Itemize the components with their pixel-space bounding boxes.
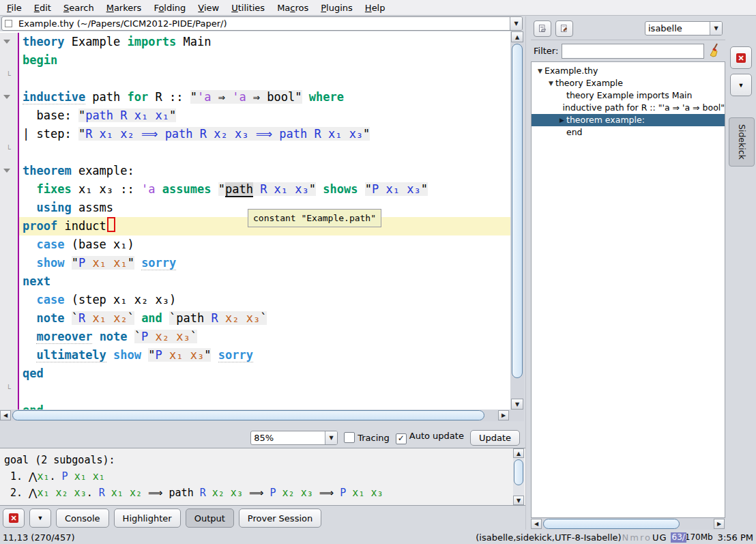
code-text[interactable]: next: [19, 272, 510, 291]
parser-combo-arrow[interactable]: ▼: [710, 22, 722, 35]
gutter[interactable]: [0, 51, 19, 70]
gutter[interactable]: [0, 217, 19, 235]
editor-line-14[interactable]: next: [0, 272, 510, 291]
menu-help[interactable]: Help: [364, 1, 392, 14]
editor-hscroll-thumb[interactable]: [12, 410, 484, 420]
code-text[interactable]: qed: [19, 364, 510, 383]
gutter[interactable]: └: [0, 383, 19, 401]
tree-toggle-icon[interactable]: ▶: [557, 114, 566, 126]
output-vscroll-thumb[interactable]: [514, 459, 523, 485]
scroll-down-icon[interactable]: ▼: [511, 399, 523, 410]
gutter[interactable]: [0, 401, 19, 410]
gutter[interactable]: [0, 254, 19, 272]
dock-button-console[interactable]: Console: [56, 509, 109, 528]
memory-gauge[interactable]: 63/170Mb 63/170Mb: [671, 532, 714, 543]
code-text[interactable]: moreover note `P x₂ x₃`: [19, 328, 510, 346]
code-text[interactable]: begin: [19, 51, 510, 70]
sidekick-menu-button[interactable]: ▼: [730, 74, 752, 96]
gutter[interactable]: [0, 33, 19, 51]
tree-item[interactable]: ▼theory Example: [532, 77, 725, 89]
editor-line-5[interactable]: base: "path R x₁ x₁": [0, 106, 510, 125]
sidekick-hscrollbar[interactable]: ◀ ▶: [531, 518, 725, 530]
gutter[interactable]: [0, 162, 19, 180]
code-text[interactable]: end: [19, 401, 510, 410]
tree-toggle-icon[interactable]: ▼: [536, 65, 544, 77]
clear-filter-button[interactable]: [708, 42, 723, 59]
editor-line-1[interactable]: theory Example imports Main: [0, 33, 510, 51]
tree-toggle-icon[interactable]: ▼: [547, 77, 555, 89]
editor-line-16[interactable]: note `R x₁ x₂` and `path R x₂ x₃`: [0, 309, 510, 328]
gutter[interactable]: [0, 199, 19, 217]
output-zoom-combo[interactable]: 85% ▼: [250, 431, 338, 445]
dock-splitter[interactable]: [525, 16, 526, 530]
editor-vscroll-thumb[interactable]: [512, 44, 523, 378]
menu-markers[interactable]: Markers: [105, 1, 149, 14]
output-scroll-down-icon[interactable]: ▼: [513, 496, 524, 505]
fold-open-icon[interactable]: [3, 95, 10, 102]
editor-line-9[interactable]: fixes x₁ x₃ :: 'a assumes "path R x₁ x₃"…: [0, 180, 510, 199]
tree-item[interactable]: ▶theorem example:: [532, 114, 725, 126]
gutter[interactable]: [0, 328, 19, 346]
gutter[interactable]: [0, 272, 19, 291]
editor-line-8[interactable]: theorem example:: [0, 162, 510, 180]
gutter[interactable]: [0, 309, 19, 328]
sidekick-dock-tab[interactable]: Sidekick: [729, 117, 755, 167]
editor-line-4[interactable]: inductive path for R :: "'a ⇒ 'a ⇒ bool"…: [0, 88, 510, 106]
dock-button-prover-session[interactable]: Prover Session: [239, 509, 321, 528]
code-text[interactable]: theory Example imports Main: [19, 33, 510, 51]
menu-utilities[interactable]: Utilities: [230, 1, 272, 14]
editor-line-7[interactable]: └: [0, 143, 510, 162]
editor-line-18[interactable]: ultimately show "P x₁ x₃" sorry: [0, 346, 510, 364]
editor-line-19[interactable]: qed: [0, 364, 510, 383]
code-text[interactable]: case (step x₁ x₂ x₃): [19, 291, 510, 309]
menu-folding[interactable]: Folding: [152, 1, 192, 14]
code-text[interactable]: theorem example:: [19, 162, 510, 180]
editor-vscrollbar[interactable]: ▲ ▼: [510, 31, 524, 410]
editor-hscrollbar[interactable]: ◀ ▶: [0, 410, 524, 421]
gutter[interactable]: [0, 364, 19, 383]
gutter[interactable]: [0, 106, 19, 125]
scroll-left-icon[interactable]: ◀: [0, 410, 11, 420]
gutter[interactable]: [0, 180, 19, 199]
sidekick-close-button[interactable]: ✕: [730, 46, 752, 69]
scroll-up-icon[interactable]: ▲: [511, 31, 523, 42]
parser-combo[interactable]: isabelle ▼: [645, 21, 723, 35]
gutter[interactable]: [0, 88, 19, 106]
code-text[interactable]: ultimately show "P x₁ x₃" sorry: [19, 346, 510, 364]
dock-close-button[interactable]: ✕: [3, 509, 25, 528]
tree-scroll-right-icon[interactable]: ▶: [714, 519, 725, 529]
buffer-switcher[interactable]: Example.thy (~/Papers/CICM2012-PIDE/Pape…: [1, 16, 523, 31]
tracing-option[interactable]: Tracing: [344, 432, 390, 443]
code-text[interactable]: [19, 383, 510, 401]
editor-line-3[interactable]: └: [0, 70, 510, 88]
update-button[interactable]: Update: [470, 430, 520, 446]
menu-macros[interactable]: Macros: [276, 1, 315, 14]
scroll-right-icon[interactable]: ▶: [498, 410, 509, 420]
auto-update-option[interactable]: ✓Auto update: [396, 431, 464, 444]
gutter[interactable]: [0, 235, 19, 254]
code-text[interactable]: base: "path R x₁ x₁": [19, 106, 510, 125]
editor-line-17[interactable]: moreover note `P x₂ x₃`: [0, 328, 510, 346]
gutter[interactable]: └: [0, 143, 19, 162]
menu-edit[interactable]: Edit: [33, 1, 58, 14]
filter-input[interactable]: [562, 44, 704, 59]
code-text[interactable]: | step: "R x₁ x₂ ⟹ path R x₂ x₃ ⟹ path R…: [19, 125, 510, 143]
tree-scroll-left-icon[interactable]: ◀: [531, 519, 542, 529]
menu-search[interactable]: Search: [62, 1, 101, 14]
fold-open-icon[interactable]: [3, 169, 10, 176]
editor-line-12[interactable]: case (base x₁): [0, 235, 510, 254]
menu-file[interactable]: File: [5, 1, 29, 14]
output-vscrollbar[interactable]: ▲ ▼: [513, 448, 524, 505]
auto-update-checkbox[interactable]: ✓: [396, 433, 407, 444]
code-text[interactable]: inductive path for R :: "'a ⇒ 'a ⇒ bool"…: [19, 88, 510, 106]
parse-buffer-button[interactable]: [534, 20, 551, 37]
gutter[interactable]: └: [0, 70, 19, 88]
output-zoom-arrow[interactable]: ▼: [325, 431, 337, 444]
editor-line-15[interactable]: case (step x₁ x₂ x₃): [0, 291, 510, 309]
code-text[interactable]: show "P x₁ x₁" sorry: [19, 254, 510, 272]
menu-view[interactable]: View: [197, 1, 226, 14]
gutter[interactable]: [0, 346, 19, 364]
code-text[interactable]: note `R x₁ x₂` and `path R x₂ x₃`: [19, 309, 510, 328]
parser-options-button[interactable]: [555, 20, 573, 37]
dock-button-output[interactable]: Output: [186, 509, 234, 528]
